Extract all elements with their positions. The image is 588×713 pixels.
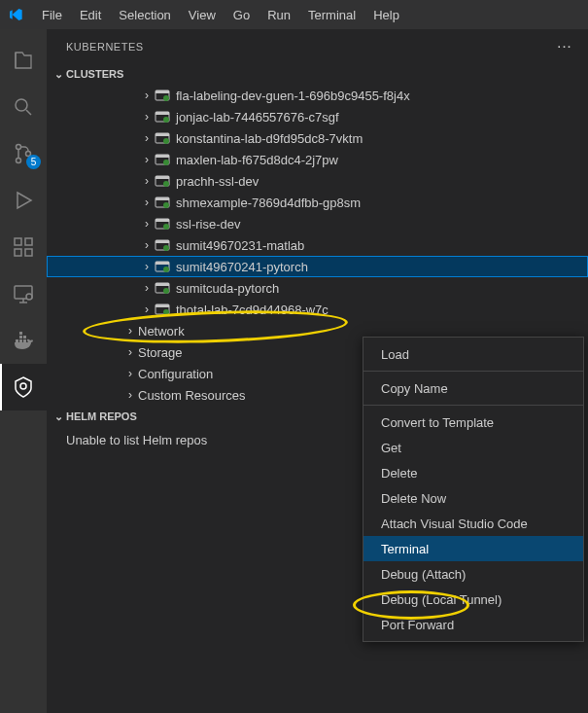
ctx-get[interactable]: Get (363, 435, 583, 460)
separator (363, 371, 583, 372)
svg-point-2 (17, 159, 21, 163)
svg-point-37 (163, 267, 169, 272)
svg-rect-39 (156, 283, 169, 286)
pod-icon (155, 130, 170, 146)
menu-help[interactable]: Help (364, 4, 408, 26)
pod-label: sumitcuda-pytorch (176, 281, 279, 296)
titlebar: FileEditSelectionViewGoRunTerminalHelp (0, 0, 588, 29)
svg-point-25 (163, 181, 169, 187)
context-menu: Load Copy Name Convert to Template Get D… (363, 337, 584, 642)
menu-selection[interactable]: Selection (110, 4, 179, 26)
svg-point-0 (16, 99, 27, 111)
ctx-load[interactable]: Load (363, 341, 583, 367)
docker-icon[interactable] (0, 317, 47, 364)
svg-point-1 (17, 145, 21, 150)
pod-icon (155, 195, 170, 210)
chevron-right-icon: › (139, 281, 155, 295)
pod-icon (155, 216, 170, 232)
node-label: Custom Resources (138, 388, 246, 403)
source-control-icon[interactable]: 5 (0, 130, 47, 177)
pod-item[interactable]: ›prachh-ssl-dev (47, 170, 588, 192)
svg-point-28 (163, 202, 169, 208)
node-label: Storage (138, 345, 183, 360)
sidebar-title: KUBERNETES (66, 41, 144, 53)
ctx-copy-name[interactable]: Copy Name (363, 375, 583, 401)
chevron-right-icon: › (122, 345, 138, 359)
pod-item[interactable]: ›konstantina-lab-d9fd95dc8-7vktm (47, 127, 588, 149)
pod-label: fla-labeling-dev-guen-1-696b9c9455-f8j4x (176, 89, 410, 103)
menu-run[interactable]: Run (259, 4, 299, 26)
pod-item[interactable]: ›fla-labeling-dev-guen-1-696b9c9455-f8j4… (47, 85, 588, 106)
svg-point-22 (163, 160, 169, 165)
svg-rect-6 (25, 249, 32, 256)
section-clusters[interactable]: ⌄ CLUSTERS (47, 63, 588, 85)
remote-explorer-icon[interactable] (0, 270, 47, 317)
svg-rect-5 (15, 249, 21, 256)
pod-icon (155, 280, 170, 296)
svg-rect-7 (25, 238, 32, 245)
chevron-down-icon: ⌄ (51, 68, 66, 81)
ctx-debug-attach[interactable]: Debug (Attach) (363, 561, 583, 587)
ctx-attach-vscode[interactable]: Attach Visual Studio Code (363, 511, 583, 536)
ctx-port-forward[interactable]: Port Forward (363, 612, 583, 637)
svg-rect-15 (156, 112, 169, 115)
search-icon[interactable] (0, 84, 47, 130)
chevron-right-icon: › (139, 196, 155, 209)
chevron-right-icon: › (139, 131, 155, 145)
more-actions-icon[interactable]: ··· (558, 41, 572, 53)
ctx-debug-tunnel[interactable]: Debug (Local Tunnel) (363, 587, 583, 612)
chevron-right-icon: › (139, 260, 155, 273)
menu-view[interactable]: View (180, 4, 225, 26)
pod-label: shmexample-7869d4dfbb-gp8sm (176, 196, 361, 210)
activity-bar: 5 (0, 29, 47, 713)
menu-edit[interactable]: Edit (71, 4, 110, 26)
node-label: Configuration (138, 367, 213, 381)
extensions-icon[interactable] (0, 224, 47, 270)
run-debug-icon[interactable] (0, 177, 47, 224)
kubernetes-icon[interactable] (0, 364, 47, 410)
explorer-icon[interactable] (0, 37, 47, 84)
svg-rect-24 (156, 176, 169, 179)
menu-go[interactable]: Go (225, 4, 259, 26)
ctx-terminal[interactable]: Terminal (363, 536, 583, 561)
pod-icon (155, 259, 170, 274)
pod-item[interactable]: ›jonjac-lab-7446557676-c7sgf (47, 106, 588, 127)
vscode-logo-icon (8, 7, 23, 22)
pod-item[interactable]: ›ssl-rise-dev (47, 213, 588, 234)
chevron-right-icon: › (139, 89, 155, 102)
pod-label: sumit49670231-matlab (176, 238, 304, 253)
pod-item[interactable]: ›sumitcuda-pytorch (47, 277, 588, 299)
svg-point-40 (163, 288, 169, 294)
scm-badge: 5 (26, 155, 41, 169)
ctx-convert[interactable]: Convert to Template (363, 410, 583, 435)
pod-item[interactable]: ›sumit49670241-pytorch (47, 256, 588, 277)
svg-rect-18 (156, 133, 169, 136)
menu-file[interactable]: File (33, 4, 71, 26)
pod-label: thotal-lab-7cd9d44968-w7c (176, 303, 329, 317)
ctx-delete[interactable]: Delete (363, 460, 583, 485)
chevron-right-icon: › (122, 324, 138, 338)
svg-rect-36 (156, 262, 169, 265)
node-label: Network (138, 324, 185, 339)
pod-icon (155, 173, 170, 189)
chevron-right-icon: › (122, 367, 138, 380)
svg-point-13 (163, 95, 169, 101)
pod-icon (155, 152, 170, 167)
svg-rect-42 (156, 304, 169, 307)
pod-item[interactable]: ›thotal-lab-7cd9d44968-w7c (47, 299, 588, 320)
pod-item[interactable]: ›maxlen-lab-f675d8dc4-2j7pw (47, 149, 588, 170)
pod-item[interactable]: ›shmexample-7869d4dfbb-gp8sm (47, 192, 588, 213)
pod-label: prachh-ssl-dev (176, 174, 259, 189)
ctx-delete-now[interactable]: Delete Now (363, 485, 583, 511)
svg-point-34 (163, 245, 169, 251)
pod-item[interactable]: ›sumit49670231-matlab (47, 234, 588, 256)
pod-icon (155, 109, 170, 125)
chevron-right-icon: › (139, 174, 155, 188)
menu-terminal[interactable]: Terminal (299, 4, 364, 26)
svg-rect-33 (156, 240, 169, 243)
chevron-right-icon: › (139, 303, 155, 316)
pod-icon (155, 237, 170, 253)
pod-label: ssl-rise-dev (176, 217, 240, 232)
pod-label: sumit49670241-pytorch (176, 260, 308, 274)
svg-point-9 (26, 294, 32, 300)
